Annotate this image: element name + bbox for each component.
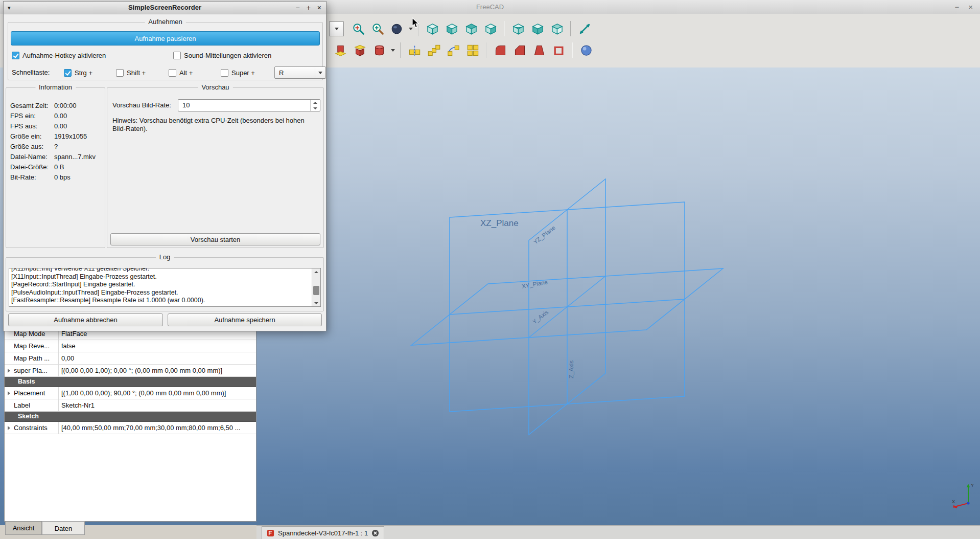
modifier-alt-checkbox[interactable]: Alt + xyxy=(169,68,193,77)
ssr-titlebar[interactable]: ▾ SimpleScreenRecorder − + × xyxy=(4,2,326,14)
modifier-super-checkbox[interactable]: Super + xyxy=(221,68,255,77)
hotkey-key-select[interactable]: R xyxy=(274,66,326,79)
view-left-button[interactable] xyxy=(548,19,566,38)
pattern-polar-button[interactable] xyxy=(444,41,462,59)
fillet-button[interactable] xyxy=(491,41,509,59)
info-label: Datei-Name: xyxy=(10,153,54,161)
log-textarea[interactable]: [X11Input::Init] Verwende X11 geteilten … xyxy=(9,268,321,307)
zoom-fit-button[interactable] xyxy=(349,19,367,38)
property-value[interactable]: [(1,00 0,00 0,00); 90,00 °; (0,00 mm 0,0… xyxy=(58,387,256,399)
thickness-button[interactable] xyxy=(549,41,568,59)
modif ier-label: Alt + xyxy=(179,69,193,77)
freecad-close-button[interactable]: × xyxy=(968,3,973,11)
view-top-button[interactable] xyxy=(462,19,480,38)
expand-arrow-icon[interactable] xyxy=(8,391,10,395)
mouse-cursor xyxy=(412,17,421,29)
view-right-button[interactable] xyxy=(481,19,500,38)
doc-tab-close-icon[interactable] xyxy=(371,529,379,537)
view-rear-button[interactable] xyxy=(509,19,527,38)
spin-down-button[interactable] xyxy=(311,105,320,111)
revolution-button[interactable] xyxy=(370,41,388,59)
pause-recording-button[interactable]: Aufnahme pausieren xyxy=(11,31,320,46)
property-row-map-path[interactable]: Map Path ... 0,00 xyxy=(5,352,256,365)
toolbar-separator xyxy=(570,21,571,36)
spinbox-buttons[interactable] xyxy=(310,100,320,111)
modifier-shift-checkbox[interactable]: Shift + xyxy=(116,68,146,77)
revolution-dropdown[interactable] xyxy=(389,41,396,59)
chamfer-button[interactable] xyxy=(510,41,529,59)
pocket-button[interactable] xyxy=(351,41,369,59)
freecad-minimize-button[interactable]: − xyxy=(954,3,959,11)
preview-rate-spinbox[interactable]: 10 xyxy=(178,99,320,111)
info-value: 0:00:00 xyxy=(54,102,103,109)
sound-checkbox-label: Sound-Mitteilungen aktivieren xyxy=(184,52,271,59)
ssr-window-title: SimpleScreenRecorder xyxy=(4,2,326,14)
draw-style-button[interactable] xyxy=(388,19,406,38)
scrollbar-thumb[interactable] xyxy=(313,286,319,295)
hotkey-checkbox-label: Aufnahme-Hotkey aktivieren xyxy=(22,52,106,59)
log-group-title: Log xyxy=(156,253,174,261)
pattern-mirrored-button[interactable] xyxy=(405,41,424,59)
spin-up-button[interactable] xyxy=(311,100,320,105)
property-value[interactable]: [(0,00 0,00 1,00); 0,00 °; (0,00 mm 0,00… xyxy=(58,365,256,376)
document-tab[interactable]: Spanndeckel-V3-fc017-fh-1 : 1 xyxy=(262,526,384,539)
view-axonometric-icon xyxy=(426,22,439,36)
scroll-up-button[interactable] xyxy=(312,268,320,275)
property-row-placement[interactable]: Placement [(1,00 0,00 0,00); 90,00 °; (0… xyxy=(5,387,256,399)
property-value[interactable]: [40,00 mm;50,00 mm;70,00 mm;30,00 mm;80,… xyxy=(58,422,256,434)
measure-distance-button[interactable] xyxy=(575,19,594,38)
property-value[interactable]: 0,00 xyxy=(58,352,256,364)
view-front-button[interactable] xyxy=(442,19,461,38)
document-tab-bar: Spanndeckel-V3-fc017-fh-1 : 1 xyxy=(256,525,980,539)
property-value[interactable]: false xyxy=(58,340,256,352)
ssr-close-button[interactable]: × xyxy=(317,4,321,12)
pattern-linear-button[interactable] xyxy=(425,41,443,59)
checkbox-unchecked-icon[interactable] xyxy=(169,69,176,77)
expand-arrow-icon[interactable] xyxy=(8,369,10,373)
expand-arrow-icon[interactable] xyxy=(8,426,10,430)
property-label: super Pla... xyxy=(14,367,58,374)
preview-groupbox: Vorschau Vorschau Bild-Rate: 10 Hinweis:… xyxy=(107,87,324,248)
scroll-down-button[interactable] xyxy=(312,300,320,306)
sound-notification-checkbox[interactable]: Sound-Mitteilungen aktivieren xyxy=(173,51,271,60)
view-axonometric-button[interactable] xyxy=(423,19,441,38)
modifier-strg-checkbox[interactable]: Strg + xyxy=(64,68,92,77)
save-recording-button[interactable]: Aufnahme speichern xyxy=(168,313,322,326)
pad-button[interactable] xyxy=(331,41,349,59)
view-bottom-button[interactable] xyxy=(528,19,547,38)
checkbox-unchecked-icon[interactable] xyxy=(116,69,124,77)
property-row-label[interactable]: Label Sketch-Nr1 xyxy=(5,399,256,412)
draft-button[interactable] xyxy=(530,41,548,59)
additive-sphere-button[interactable] xyxy=(577,41,595,59)
ssr-minimize-button[interactable]: − xyxy=(295,4,299,12)
hotkey-checkbox[interactable]: Aufnahme-Hotkey aktivieren xyxy=(12,51,106,60)
modifier-label: Shift + xyxy=(127,69,146,77)
ssr-maximize-button[interactable]: + xyxy=(307,4,311,12)
log-scrollbar[interactable] xyxy=(312,268,320,306)
information-group-title: Information xyxy=(35,83,76,91)
information-rows: Gesamt Zeit:0:00:00 FPS ein:0.00 FPS aus… xyxy=(10,100,103,182)
tab-ansicht[interactable]: Ansicht xyxy=(5,522,42,535)
checkbox-unchecked-icon[interactable] xyxy=(173,52,181,59)
preview-rate-row: Vorschau Bild-Rate: 10 xyxy=(112,99,320,111)
toolbar-separator xyxy=(572,42,573,58)
property-row-map-reversed[interactable]: Map Reve... false xyxy=(5,340,256,352)
zoom-in-icon xyxy=(371,22,385,36)
info-value: ? xyxy=(54,143,103,150)
property-row-constraints[interactable]: Constraints [40,00 mm;50,00 mm;70,00 mm;… xyxy=(5,422,256,434)
combo-dropdown-area[interactable] xyxy=(315,67,325,78)
checkbox-checked-icon[interactable] xyxy=(12,52,19,59)
property-value[interactable]: Sketch-Nr1 xyxy=(58,399,256,411)
checkbox-unchecked-icon[interactable] xyxy=(221,69,228,77)
checkbox-checked-icon[interactable] xyxy=(64,69,72,77)
document-tab-label: Spanndeckel-V3-fc017-fh-1 : 1 xyxy=(278,529,368,537)
pattern-multitransform-button[interactable] xyxy=(463,41,482,59)
property-row-super-placement[interactable]: super Pla... [(0,00 0,00 1,00); 0,00 °; … xyxy=(5,365,256,377)
property-label: Placement xyxy=(14,389,58,397)
toolbar-combo-fragment[interactable] xyxy=(329,21,344,36)
zoom-in-button[interactable] xyxy=(368,19,387,38)
axis-indicator: X Y xyxy=(951,480,976,511)
cancel-recording-button[interactable]: Aufnahme abbrechen xyxy=(8,313,163,326)
start-preview-button[interactable]: Vorschau starten xyxy=(110,233,320,245)
tab-daten[interactable]: Daten xyxy=(42,522,85,535)
